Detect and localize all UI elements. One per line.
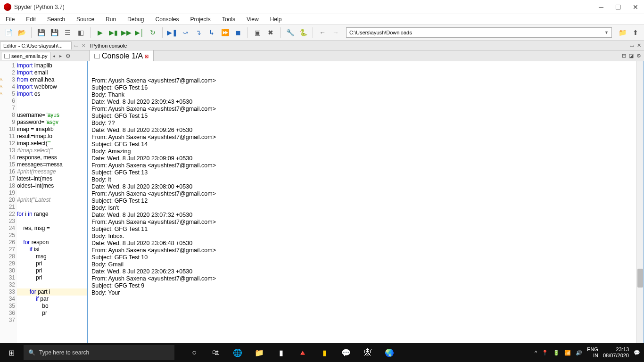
spyder-taskbar-icon[interactable]: 🕸: [357, 343, 378, 362]
step-over-button[interactable]: ⤻: [180, 27, 191, 38]
console-options-icon[interactable]: ◪: [629, 53, 634, 59]
save-button[interactable]: 💾: [35, 27, 47, 38]
cortana-icon[interactable]: ○: [184, 343, 205, 362]
tray-battery-icon[interactable]: 🔋: [553, 350, 560, 356]
console-tab[interactable]: Console 1/A ⊠: [89, 50, 154, 62]
windows-taskbar: ⊞ 🔍 Type here to search ○ 🛍 🌐 📁 ▮ 🔺 ▮ 💬 …: [0, 343, 644, 362]
code-area[interactable]: import imaplibimport emailfrom email.hea…: [17, 61, 87, 356]
menu-edit[interactable]: Edit: [23, 15, 39, 24]
file-tab[interactable]: seen_emails.py: [1, 52, 50, 60]
forward-button[interactable]: →: [330, 27, 341, 38]
menu-run[interactable]: Run: [103, 15, 119, 24]
working-directory-value: C:\Users\ayush\Downloads: [349, 30, 412, 35]
maximize-pane-button[interactable]: ▣: [252, 27, 263, 38]
menu-tools[interactable]: Tools: [219, 15, 238, 24]
explorer-icon[interactable]: 📁: [249, 343, 270, 362]
tab-options-button[interactable]: ⚙: [64, 53, 72, 59]
undock-icon[interactable]: ▭: [72, 43, 80, 48]
menu-file[interactable]: File: [3, 15, 17, 24]
terminal-icon[interactable]: ▮: [271, 343, 291, 362]
taskbar-search[interactable]: 🔍 Type here to search: [24, 345, 174, 360]
menu-source[interactable]: Source: [74, 15, 97, 24]
tray-location-icon[interactable]: 📍: [542, 350, 548, 356]
close-button[interactable]: ✕: [631, 3, 640, 11]
file-icon: [4, 54, 10, 58]
edge-icon[interactable]: 🌐: [227, 343, 248, 362]
parent-dir-button[interactable]: ⬆: [630, 27, 641, 38]
chrome-icon[interactable]: 🌏: [379, 343, 400, 362]
titlebar: Spyder (Python 3.7) ─ ✕: [0, 0, 644, 14]
tray-clock[interactable]: 23:13 08/07/2020: [603, 346, 629, 359]
menu-consoles[interactable]: Consoles: [152, 15, 182, 24]
working-directory-input[interactable]: C:\Users\ayush\Downloads ▼: [346, 27, 612, 38]
search-icon: 🔍: [28, 349, 35, 356]
new-file-button[interactable]: 📄: [3, 27, 14, 38]
step-out-button[interactable]: ↳: [206, 27, 217, 38]
list-button[interactable]: ☰: [62, 27, 73, 38]
console-scrollbar[interactable]: [636, 61, 644, 356]
menu-help[interactable]: Help: [267, 15, 285, 24]
console-menu-icon[interactable]: ⚙: [636, 53, 641, 59]
interrupt-kernel-icon[interactable]: ⊟: [622, 53, 626, 59]
window-title: Spyder (Python 3.7): [14, 4, 597, 10]
preferences-button[interactable]: 🔧: [284, 27, 296, 38]
fullscreen-button[interactable]: ✖: [265, 27, 276, 38]
menu-debug[interactable]: Debug: [124, 15, 147, 24]
console-icon: [94, 54, 100, 58]
run-selection-button[interactable]: ▶│: [134, 27, 145, 38]
menu-projects[interactable]: Projects: [188, 15, 214, 24]
tray-language[interactable]: ENG IN: [587, 346, 598, 359]
run-cell-advance-button[interactable]: ▶▶: [121, 27, 132, 38]
menu-search[interactable]: Search: [44, 15, 68, 24]
tray-up-icon[interactable]: ^: [535, 350, 537, 355]
tab-next-button[interactable]: ▸: [57, 53, 64, 58]
menu-view[interactable]: View: [244, 15, 262, 24]
editor-panel: Editor - C:\Users\ayush\... ▭ ✕ seen_ema…: [0, 41, 87, 356]
vlc-icon[interactable]: 🔺: [292, 343, 313, 362]
tray-volume-icon[interactable]: 🔊: [576, 350, 582, 356]
spyder-icon: [4, 3, 11, 11]
save-all-button[interactable]: 💾: [49, 27, 60, 38]
line-number-gutter: 1234567891011121314151617181920212223242…: [0, 61, 17, 356]
menubar: FileEditSearchSourceRunDebugConsolesProj…: [0, 14, 644, 25]
tab-prev-button[interactable]: ◂: [50, 53, 57, 58]
browse-dir-button[interactable]: 📁: [617, 27, 628, 38]
dropdown-icon[interactable]: ▼: [604, 30, 609, 35]
tray-wifi-icon[interactable]: 📶: [564, 350, 571, 356]
stop-debug-button[interactable]: ◼: [232, 27, 244, 38]
close-panel-icon[interactable]: ✕: [80, 43, 87, 48]
console-output[interactable]: From: Ayush Saxena <ayushtest7@gmail.com…: [87, 61, 644, 356]
browse-button[interactable]: ◧: [75, 27, 86, 38]
rerun-button[interactable]: ↻: [147, 27, 158, 38]
close-console-tab-icon[interactable]: ⊠: [145, 54, 149, 59]
open-file-button[interactable]: 📂: [16, 27, 27, 38]
search-placeholder: Type here to search: [39, 349, 89, 356]
debug-button[interactable]: ▶❚: [166, 27, 178, 38]
run-cell-button[interactable]: ▶▮: [107, 27, 119, 38]
step-into-button[interactable]: ↴: [193, 27, 204, 38]
console-panel-title: IPython console: [90, 43, 127, 49]
editor-panel-tab[interactable]: Editor - C:\Users\ayush\...: [0, 41, 72, 49]
continue-button[interactable]: ⏩: [219, 27, 231, 38]
close-console-panel-icon[interactable]: ✕: [637, 42, 641, 49]
start-button[interactable]: ⊞: [0, 343, 23, 362]
store-icon[interactable]: 🛍: [206, 343, 226, 362]
notes-icon[interactable]: ▮: [314, 343, 335, 362]
console-panel: IPython console ▭ ✕ Console 1/A ⊠ ⊟ ◪ ⚙ …: [87, 41, 644, 356]
run-button[interactable]: ▶: [94, 27, 106, 38]
back-button[interactable]: ←: [317, 27, 328, 38]
maximize-button[interactable]: [614, 3, 622, 11]
tray-notifications-icon[interactable]: 💬: [634, 350, 640, 356]
minimize-button[interactable]: ─: [597, 3, 605, 11]
whatsapp-icon[interactable]: 💬: [336, 343, 356, 362]
code-editor[interactable]: 1234567891011121314151617181920212223242…: [0, 61, 87, 356]
undock-console-icon[interactable]: ▭: [629, 42, 634, 49]
python-path-button[interactable]: 🐍: [297, 27, 309, 38]
toolbar: 📄 📂 💾 💾 ☰ ◧ ▶ ▶▮ ▶▶ ▶│ ↻ ▶❚ ⤻ ↴ ↳ ⏩ ◼ ▣ …: [0, 25, 644, 41]
